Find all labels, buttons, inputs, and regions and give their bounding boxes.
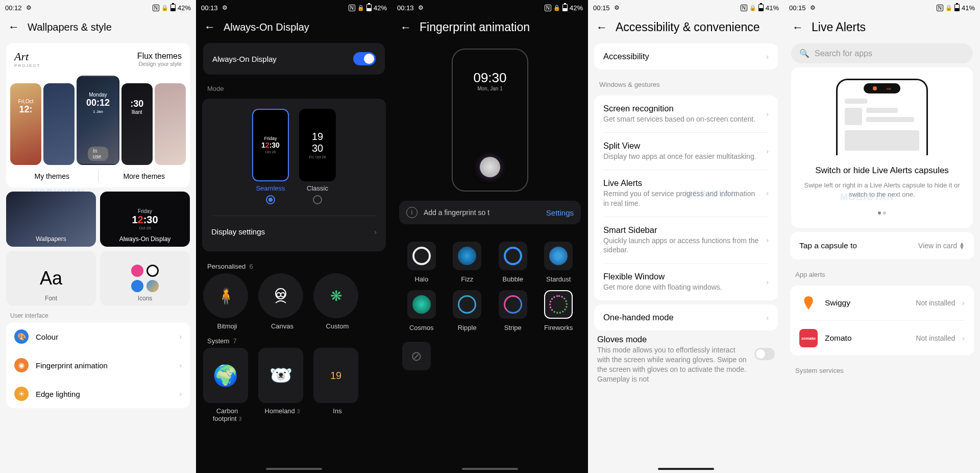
personalised-row[interactable]: 🧍Bitmoji Canvas ❋Custom <box>196 273 392 330</box>
search-placeholder: Search for apps <box>815 49 872 58</box>
app-zomato[interactable]: zomato Zomato Not installed › <box>790 321 974 356</box>
battery-pct: 41% <box>962 4 975 12</box>
status-time: 00:13 <box>397 4 414 12</box>
fp-fireworks[interactable]: Fireworks <box>540 290 578 332</box>
icon-sample <box>146 280 159 292</box>
chevron-right-icon: › <box>766 189 769 197</box>
info-text: Add a fingerprint so t <box>424 208 540 217</box>
app-swiggy[interactable]: Swiggy Not installed › <box>790 286 974 320</box>
pers-custom[interactable]: ❋Custom <box>313 273 361 330</box>
sys-homeland[interactable]: 🐻‍❄️Homeland3 <box>258 348 306 422</box>
more-themes-button[interactable]: More themes <box>99 165 190 187</box>
chevron-right-icon: › <box>962 334 965 342</box>
svg-point-2 <box>281 293 285 297</box>
nfc-icon: N <box>937 5 943 11</box>
colour-item[interactable]: 🎨 Colour › <box>6 322 190 351</box>
back-button[interactable]: ← <box>204 20 215 34</box>
status-time: 00:13 <box>201 4 218 12</box>
tile-aod[interactable]: Friday 12:30 Oct 26 Always-On Display <box>100 192 190 247</box>
system-row[interactable]: 🌍Carbon footprint3 🐻‍❄️Homeland3 19Ins <box>196 348 392 422</box>
back-button[interactable]: ← <box>596 21 607 34</box>
chevron-right-icon: › <box>962 299 965 307</box>
back-button[interactable]: ← <box>792 21 803 34</box>
tile-icons[interactable]: Icons <box>100 251 190 306</box>
search-input[interactable]: 🔍 Search for apps <box>791 43 973 63</box>
palette-icon: 🎨 <box>14 329 29 344</box>
sys-carbon[interactable]: 🌍Carbon footprint3 <box>203 348 251 422</box>
screen-recognition-item[interactable]: Screen recognitionGet smart services bas… <box>594 96 778 132</box>
chevron-right-icon: › <box>179 390 182 398</box>
home-indicator[interactable] <box>266 468 322 470</box>
hero-title: Switch or hide Live Alerts capsules <box>799 165 965 176</box>
tap-capsule-item[interactable]: Tap a capsule to View in card▲▼ <box>790 232 974 259</box>
pers-bitmoji[interactable]: 🧍Bitmoji <box>203 273 251 330</box>
my-themes-button[interactable]: My themes <box>6 165 98 187</box>
live-alerts-item[interactable]: Live AlertsRemind you of service progres… <box>594 170 778 217</box>
gloves-mode-item: Gloves mode This mode allows you to effo… <box>588 335 784 394</box>
display-settings-item[interactable]: Display settings › <box>202 219 386 244</box>
fp-stardust[interactable]: Stardust <box>540 242 578 283</box>
fp-stripe[interactable]: Stripe <box>494 290 532 332</box>
edge-lighting-item[interactable]: ☀ Edge lighting › <box>6 380 190 408</box>
page-title: Always-On Display <box>224 21 309 33</box>
back-button[interactable]: ← <box>8 20 19 34</box>
fp-halo[interactable]: Halo <box>402 242 441 283</box>
swiggy-icon <box>799 294 818 312</box>
theme-thumb[interactable] <box>155 83 186 165</box>
settings-link[interactable]: Settings <box>546 208 574 217</box>
theme-carousel[interactable]: Fri,Oct12: Monday 00:12 1 Jan In use :30… <box>6 73 190 165</box>
sys-insight[interactable]: 19Ins <box>313 348 361 422</box>
mode-classic[interactable]: 1930Fri, Oct 26 Classic <box>299 109 336 207</box>
fp-ripple[interactable]: Ripple <box>448 290 487 332</box>
panel-accessibility: 00:15 ⚙ N 🔒 41% ← Accessibility & conven… <box>588 0 784 473</box>
status-time: 00:15 <box>593 4 610 12</box>
back-button[interactable]: ← <box>400 21 411 34</box>
home-indicator[interactable] <box>658 468 714 470</box>
theme-thumb-current[interactable]: Monday 00:12 1 Jan In use <box>77 76 119 165</box>
home-indicator[interactable] <box>462 468 518 470</box>
tile-wallpapers[interactable]: Wallpapers <box>6 192 96 247</box>
theme-thumb[interactable]: :30lliant <box>121 83 153 165</box>
pers-canvas[interactable]: Canvas <box>258 273 306 330</box>
split-view-item[interactable]: Split ViewDisplay two apps at once for e… <box>594 133 778 170</box>
nfc-icon: N <box>545 5 551 11</box>
radio[interactable] <box>313 195 322 204</box>
fingerprint-anim-item[interactable]: ◉ Fingerprint animation › <box>6 351 190 380</box>
item-label: Fingerprint animation <box>36 361 172 370</box>
hero-card[interactable]: ıııı Switch or hide Live Alerts capsules… <box>791 67 973 228</box>
aod-toggle[interactable] <box>353 52 376 65</box>
item-value: View in card <box>918 242 957 250</box>
flux-sub: Design your style <box>137 61 182 67</box>
app-status: Not installed <box>916 299 955 307</box>
fp-fizz[interactable]: Fizz <box>448 242 487 283</box>
fp-cosmos[interactable]: Cosmos <box>402 290 441 332</box>
smart-sidebar-item[interactable]: Smart SidebarQuickly launch apps or acce… <box>594 217 778 264</box>
phone-preview: 09:30 Mon, Jan 1 <box>452 49 528 192</box>
page-title: Accessibility & convenience <box>616 20 760 34</box>
gear-icon: ⚙ <box>810 4 816 11</box>
nfc-icon: N <box>741 5 747 11</box>
gloves-toggle[interactable] <box>754 348 775 360</box>
nfc-icon: N <box>349 5 355 11</box>
battery-icon <box>366 4 372 11</box>
page-title: Live Alerts <box>812 20 866 34</box>
app-name: Zomato <box>825 334 909 343</box>
radio-selected[interactable] <box>266 195 275 204</box>
in-use-badge: In use <box>88 147 108 161</box>
one-handed-item[interactable]: One-handed mode › <box>594 304 778 330</box>
page-dots[interactable] <box>799 207 965 217</box>
fp-none[interactable]: ⊘ <box>402 342 431 370</box>
mode-seamless[interactable]: Friday12:30Oct 26 Seamless <box>252 109 289 207</box>
tile-font[interactable]: Aa Font <box>6 251 96 306</box>
fp-bubble[interactable]: Bubble <box>494 242 532 283</box>
accessibility-item[interactable]: Accessibility › <box>594 43 778 69</box>
mode-header: Mode <box>196 79 392 94</box>
system-header: System 7 <box>196 330 392 348</box>
theme-thumb[interactable]: Fri,Oct12: <box>10 83 41 165</box>
battery-icon <box>170 4 176 11</box>
flexible-window-item[interactable]: Flexible WindowGet more done with floati… <box>594 264 778 300</box>
theme-thumb[interactable] <box>43 83 75 165</box>
edge-icon: ☀ <box>14 387 29 401</box>
fingerprint-sensor-icon <box>480 157 500 177</box>
statusbar: 00:12 ⚙ N 🔒 42% <box>0 0 196 15</box>
